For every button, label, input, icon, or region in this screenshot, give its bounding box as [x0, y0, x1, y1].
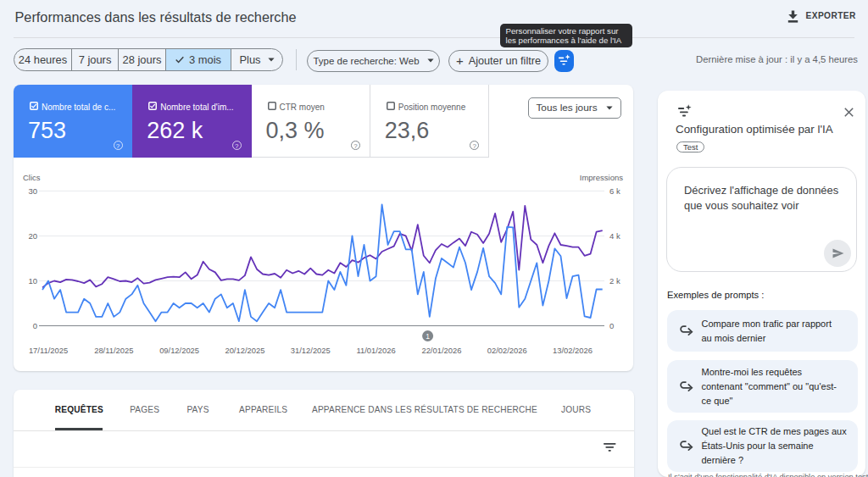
svg-text:1: 1 [426, 332, 430, 341]
